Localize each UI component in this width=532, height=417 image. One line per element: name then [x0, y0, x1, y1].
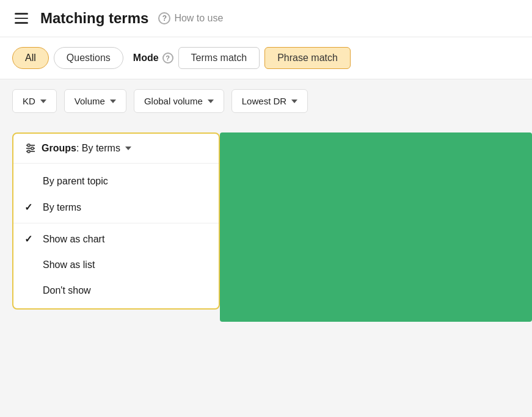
filters-bar: KD Volume Global volume Lowest DR	[0, 79, 532, 123]
lowest-dr-filter-dropdown[interactable]: Lowest DR	[231, 89, 308, 113]
groups-chevron-icon	[125, 147, 131, 150]
green-chart-panel	[220, 132, 532, 322]
kd-filter-label: KD	[23, 96, 35, 106]
all-button[interactable]: All	[12, 47, 49, 69]
show-as-chart-option[interactable]: ✓ Show as chart	[13, 226, 219, 252]
dont-show-option[interactable]: Don't show	[13, 278, 219, 303]
svg-point-3	[31, 147, 34, 150]
svg-point-5	[27, 150, 30, 153]
chevron-down-icon	[40, 100, 46, 103]
groups-container: Groups: By terms By parent topic ✓ By te…	[12, 132, 220, 310]
groups-label: Groups: By terms	[42, 143, 120, 154]
check-icon: ✓	[24, 201, 35, 213]
main-content: Groups: By terms By parent topic ✓ By te…	[0, 123, 532, 319]
groups-header[interactable]: Groups: By terms	[13, 134, 219, 163]
hamburger-menu-icon[interactable]	[12, 10, 31, 26]
mode-help-icon[interactable]: ?	[162, 53, 173, 63]
chevron-down-icon	[291, 100, 297, 103]
chevron-down-icon	[208, 100, 214, 103]
chevron-down-icon	[110, 100, 116, 103]
groups-dropdown-menu: By parent topic ✓ By terms ✓ Show as cha…	[13, 163, 219, 308]
terms-match-button[interactable]: Terms match	[178, 47, 260, 69]
show-as-list-option[interactable]: Show as list	[13, 252, 219, 278]
questions-button[interactable]: Questions	[54, 47, 123, 69]
lowest-dr-filter-label: Lowest DR	[242, 96, 286, 106]
global-volume-filter-dropdown[interactable]: Global volume	[134, 89, 224, 113]
sliders-icon	[24, 142, 37, 154]
by-terms-option[interactable]: ✓ By terms	[13, 194, 219, 220]
by-parent-topic-option[interactable]: By parent topic	[13, 169, 219, 194]
how-to-use-label: How to use	[174, 13, 223, 24]
header: Matching terms ? How to use	[0, 0, 532, 37]
mode-label: Mode ?	[133, 53, 173, 63]
volume-filter-dropdown[interactable]: Volume	[64, 89, 126, 113]
volume-filter-label: Volume	[75, 96, 105, 106]
how-to-use-link[interactable]: ? How to use	[158, 12, 223, 24]
check-icon: ✓	[24, 233, 35, 245]
page-title: Matching terms	[40, 10, 148, 27]
menu-divider	[13, 223, 219, 223]
global-volume-filter-label: Global volume	[144, 96, 203, 106]
phrase-match-button[interactable]: Phrase match	[264, 47, 351, 69]
kd-filter-dropdown[interactable]: KD	[12, 89, 57, 113]
help-circle-icon: ?	[158, 12, 170, 24]
toolbar: All Questions Mode ? Terms match Phrase …	[0, 37, 532, 79]
svg-point-1	[27, 144, 30, 147]
